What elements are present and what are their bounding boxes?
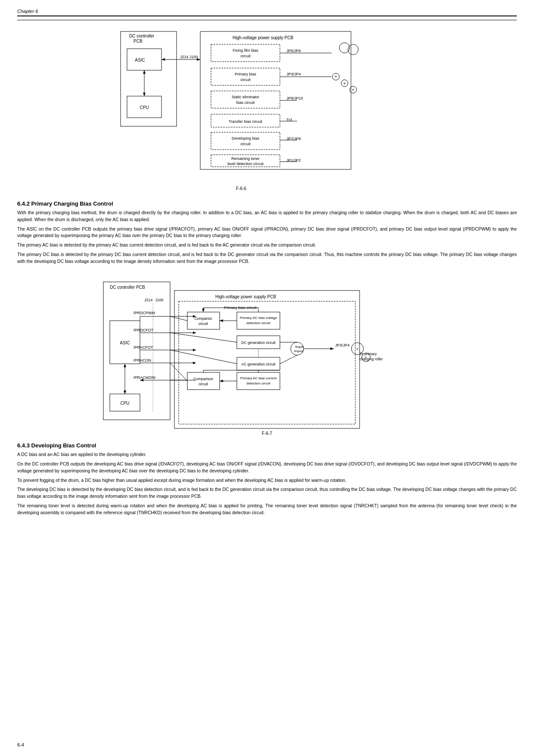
svg-rect-91: [237, 312, 280, 329]
svg-marker-95: [220, 319, 223, 322]
svg-text:+: +: [352, 87, 354, 92]
svg-text:JP3/JP4: JP3/JP4: [335, 343, 350, 347]
svg-text:PCB: PCB: [134, 39, 143, 44]
svg-text:JP3/JP4: JP3/JP4: [286, 72, 301, 76]
svg-text:DC controller PCB: DC controller PCB: [110, 285, 145, 290]
svg-text:High-voltage power supply PCB: High-voltage power supply PCB: [233, 35, 294, 40]
svg-text:Fixing film bias: Fixing film bias: [233, 48, 258, 53]
section-42-para2: The ASIC on the DC controller PCB output…: [17, 226, 517, 240]
svg-line-118: [280, 355, 297, 364]
svg-text:Primary AC bias current: Primary AC bias current: [240, 376, 277, 380]
page-number: 6-4: [17, 742, 24, 747]
svg-text:ASIC: ASIC: [120, 341, 130, 345]
section-43-para3: To prevent fogging of the drum, a DC bia…: [17, 477, 517, 484]
svg-text:/PRACMONI: /PRACMONI: [134, 375, 155, 380]
svg-text:/PRDCPWM: /PRDCPWM: [134, 311, 155, 315]
svg-rect-56: [103, 282, 170, 420]
svg-text:detection circuit: detection circuit: [246, 321, 270, 325]
svg-text:Comparison: Comparison: [193, 377, 213, 381]
svg-text:Compariso: Compariso: [194, 316, 212, 321]
section-43-para2: On the DC controller PCB outputs the dev…: [17, 461, 517, 475]
svg-marker-63: [124, 390, 126, 394]
chapter-header: Chapter 6: [17, 9, 517, 16]
svg-marker-120: [330, 347, 334, 350]
svg-text:J214: J214: [144, 298, 153, 302]
section-42-heading: 6.4.2 Primary Charging Bias Control: [17, 200, 517, 207]
svg-rect-88: [187, 312, 220, 329]
svg-line-133: [170, 350, 237, 364]
svg-text:+: +: [365, 356, 367, 360]
svg-text:circuit: circuit: [199, 322, 208, 326]
svg-text:Remaining toner: Remaining toner: [231, 156, 260, 161]
svg-text:circuit: circuit: [240, 142, 251, 146]
svg-marker-64: [124, 364, 126, 367]
svg-point-98: [291, 342, 304, 355]
svg-text:+: +: [356, 347, 358, 351]
diagram2-container: DC controller PCB ASIC CPU J214 J100 /PR…: [17, 269, 517, 437]
svg-text:J100: J100: [155, 298, 164, 302]
svg-text:F-6-7: F-6-7: [262, 431, 272, 436]
svg-marker-9: [143, 93, 146, 96]
svg-text:Primary bias: Primary bias: [235, 72, 257, 76]
svg-text:F-6-6: F-6-6: [236, 186, 246, 191]
svg-marker-12: [197, 58, 200, 61]
section-43-para4: The developing DC bias is detected by th…: [17, 486, 517, 500]
diagram2-svg: DC controller PCB ASIC CPU J214 J100 /PR…: [99, 269, 435, 437]
section-43-para1: A DC bias and an AC bias are applied to …: [17, 451, 517, 458]
svg-text:Super: Super: [295, 345, 304, 349]
svg-marker-112: [220, 380, 223, 382]
svg-text:/PRDCFOT: /PRDCFOT: [134, 328, 154, 332]
svg-text:/PRACFOT: /PRACFOT: [134, 345, 153, 350]
section-43-heading: 6.4.3 Developing Bias Control: [17, 442, 517, 449]
svg-rect-22: [211, 91, 280, 108]
svg-marker-77: [193, 349, 196, 351]
svg-text:High-voltage power supply PCB: High-voltage power supply PCB: [215, 294, 276, 299]
svg-marker-116: [202, 309, 205, 312]
section-42-para1: With the primary charging bias method, t…: [17, 209, 517, 223]
svg-rect-16: [211, 44, 280, 62]
svg-text:AC generation circuit: AC generation circuit: [242, 362, 276, 366]
svg-text:+: +: [343, 81, 346, 86]
svg-text:Developing bias: Developing bias: [232, 136, 260, 141]
svg-text:impos.: impos.: [294, 349, 304, 353]
svg-text:/PRACON: /PRACON: [134, 358, 151, 362]
svg-line-132: [170, 333, 237, 342]
svg-text:JP9/JP10: JP9/JP10: [286, 96, 303, 100]
svg-rect-108: [237, 372, 280, 390]
svg-text:DC controller: DC controller: [129, 34, 155, 38]
svg-text:circuit: circuit: [240, 54, 251, 58]
svg-text:level detection circuit: level detection circuit: [227, 162, 264, 166]
svg-text:J214  J100: J214 J100: [180, 55, 198, 59]
svg-marker-80: [193, 362, 196, 364]
svg-text:detection circuit: detection circuit: [246, 381, 270, 385]
svg-rect-0: [121, 31, 177, 126]
diagram1-container: DC controller PCB ASIC CPU J214 J100 Hig…: [17, 27, 517, 195]
svg-text:DC generation circuit: DC generation circuit: [241, 341, 276, 345]
svg-text:circuit: circuit: [240, 78, 251, 82]
svg-text:CPU: CPU: [140, 105, 149, 110]
svg-text:CPU: CPU: [120, 401, 129, 406]
diagram1-svg: DC controller PCB ASIC CPU J214 J100 Hig…: [116, 27, 418, 195]
svg-text:JP5/JP6: JP5/JP6: [286, 49, 301, 53]
svg-line-134: [170, 363, 187, 381]
svg-rect-84: [174, 291, 360, 428]
svg-rect-105: [187, 372, 220, 390]
svg-marker-13: [161, 58, 165, 61]
svg-rect-27: [211, 132, 280, 150]
svg-text:Static eliminator: Static eliminator: [232, 95, 259, 99]
svg-rect-19: [211, 68, 280, 85]
svg-marker-8: [143, 70, 146, 74]
section-42-para3: The primary AC bias is detected by the p…: [17, 242, 517, 249]
svg-text:circuit: circuit: [199, 382, 208, 386]
svg-text:Primary DC bias voltage: Primary DC bias voltage: [240, 316, 277, 320]
section-43-para5: The remaining toner level is detected du…: [17, 503, 517, 516]
svg-text:ASIC: ASIC: [135, 58, 145, 62]
svg-text:bias circuit: bias circuit: [236, 100, 255, 105]
svg-text:Transfer bias circuit: Transfer bias circuit: [229, 119, 263, 124]
svg-text:+: +: [335, 74, 337, 79]
svg-marker-74: [193, 331, 196, 334]
section-42-para4: The primary DC bias is detected by the p…: [17, 251, 517, 265]
svg-rect-14: [200, 31, 351, 169]
chapter-label: Chapter 6: [17, 9, 38, 14]
